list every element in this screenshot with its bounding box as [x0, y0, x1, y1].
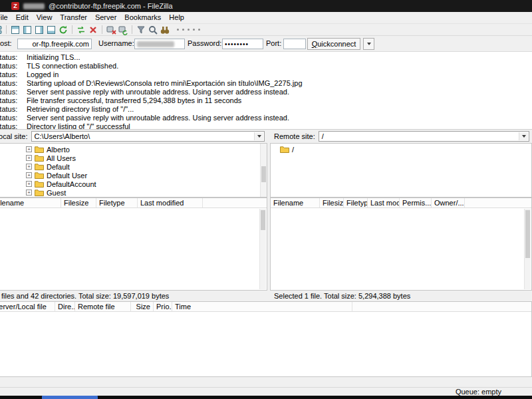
column-header[interactable]: Owner/... [432, 198, 465, 207]
toggle-queue-icon[interactable] [46, 25, 57, 35]
column-header-fill [352, 302, 532, 311]
local-directory-tree: +Alberto+All Users+Default+Default User+… [0, 143, 267, 198]
local-site-value: C:\Users\Alberto\ [35, 132, 90, 140]
log-status-label: Status: [0, 96, 27, 105]
expand-icon[interactable]: + [26, 146, 32, 152]
quickconnect-button[interactable]: Quickconnect [307, 38, 360, 50]
tree-item[interactable]: / [271, 145, 531, 154]
log-message: Logged in [27, 70, 59, 79]
process-queue-icon[interactable] [76, 25, 86, 35]
menu-server[interactable]: Server [91, 12, 120, 23]
column-header[interactable]: Prio... [154, 302, 172, 311]
remote-status-text: Selected 1 file. Total size: 5,294,388 b… [270, 291, 532, 301]
column-header[interactable]: Filetype [344, 198, 368, 207]
menu-help[interactable]: Help [165, 12, 188, 23]
menu-transfer[interactable]: Transfer [56, 12, 91, 23]
local-list-scrollbar[interactable] [259, 209, 266, 289]
cancel-icon[interactable] [88, 25, 98, 35]
tree-item-label: Default User [47, 172, 87, 180]
expand-icon[interactable]: + [26, 190, 32, 196]
log-entry: Status:TLS connection established. [0, 62, 532, 70]
column-header[interactable]: Filesize [320, 198, 344, 207]
menu-edit[interactable]: Edit [12, 12, 33, 23]
toolbar-separator [102, 25, 102, 34]
disabled-toolbar-icons [177, 29, 200, 31]
local-site-select[interactable]: C:\Users\Alberto\ [31, 131, 265, 142]
message-log: Status:Initializing TLS...Status:TLS con… [0, 52, 532, 130]
file-lists-row: FilenameFilesizeFiletypeLast modified Fi… [0, 198, 532, 291]
find-icon[interactable] [160, 25, 170, 35]
remote-list-scrollbar[interactable] [524, 209, 531, 289]
toggle-remote-tree-icon[interactable] [34, 25, 45, 35]
log-status-label: Status: [0, 105, 27, 114]
taskbar-item[interactable] [42, 396, 98, 399]
reconnect-icon[interactable] [118, 25, 128, 35]
local-list-header: FilenameFilesizeFiletypeLast modified [0, 198, 267, 208]
menu-bookmarks[interactable]: Bookmarks [120, 12, 165, 23]
toggle-local-tree-icon[interactable] [22, 25, 33, 35]
port-input[interactable] [283, 39, 306, 49]
tree-item-label: DefaultAccount [47, 180, 96, 188]
tree-item-label: Alberto [47, 146, 70, 154]
scrollbar-thumb[interactable] [525, 210, 530, 258]
screen: Z @contributor-ftp.freepik.com - FileZil… [0, 0, 532, 399]
local-tree-scrollbar[interactable] [260, 144, 267, 197]
column-header[interactable]: Permis... [400, 198, 432, 207]
site-manager-icon[interactable] [0, 25, 3, 35]
chevron-down-icon[interactable] [519, 132, 528, 140]
window-title: @contributor-ftp.freepik.com - FileZilla [49, 2, 173, 10]
column-header[interactable]: Filesize [61, 198, 96, 207]
column-header[interactable]: Remote file [75, 302, 131, 311]
column-header[interactable]: Filename [271, 198, 320, 207]
column-header[interactable]: Filetype [96, 198, 138, 207]
chevron-down-icon[interactable] [254, 132, 263, 140]
remote-site-select[interactable]: / [319, 131, 529, 142]
password-input[interactable]: •••••••• [222, 39, 263, 49]
username-input[interactable] [134, 39, 185, 49]
tree-item-label: All Users [47, 154, 76, 162]
column-header[interactable]: Size [131, 302, 154, 311]
host-input[interactable]: or-ftp.freepik.com [17, 39, 92, 49]
toggle-log-icon[interactable] [10, 25, 21, 35]
expand-icon[interactable]: + [26, 181, 32, 187]
tree-item[interactable]: +Alberto [0, 145, 267, 154]
chevron-down-icon [367, 43, 371, 45]
dot-icon [188, 29, 190, 31]
column-header[interactable]: Time [172, 302, 352, 311]
column-header[interactable]: Filename [0, 198, 61, 207]
log-entry: Status:Server sent passive reply with un… [0, 88, 532, 96]
trees-row: +Alberto+All Users+Default+Default User+… [0, 143, 532, 198]
column-header[interactable]: Server/Local file [0, 302, 55, 311]
queue-header: Server/Local fileDire...Remote fileSizeP… [0, 302, 531, 312]
menu-file[interactable]: File [0, 12, 12, 23]
disconnect-icon[interactable] [106, 25, 116, 35]
expand-icon[interactable]: + [26, 172, 32, 178]
local-site-label: Local site: [0, 132, 28, 140]
tree-item[interactable]: +DefaultAccount [0, 180, 267, 188]
sites-row: Local site: C:\Users\Alberto\ Remote sit… [0, 130, 532, 143]
expand-icon[interactable]: + [26, 155, 32, 161]
queue-tabs [0, 377, 532, 387]
port-label: Port: [266, 36, 281, 51]
compare-icon[interactable] [148, 25, 158, 35]
scrollbar-thumb[interactable] [261, 210, 265, 230]
log-message: Server sent passive reply with unroutabl… [27, 88, 289, 96]
tree-item[interactable]: +All Users [0, 154, 267, 162]
tree-item[interactable]: +Guest [0, 188, 267, 197]
log-entry: Status:Directory listing of "/" successf… [0, 122, 532, 130]
refresh-icon[interactable] [58, 25, 68, 35]
expand-icon[interactable]: + [26, 164, 32, 170]
tree-item[interactable]: +Default [0, 162, 267, 171]
scrollbar-thumb[interactable] [261, 166, 266, 182]
remote-file-list: FilenameFilesizeFiletypeLast mod...Permi… [270, 198, 532, 291]
tree-item-label: / [292, 146, 294, 154]
quickconnect-dropdown-button[interactable] [363, 38, 374, 50]
column-header[interactable]: Dire... [55, 302, 75, 311]
menu-view[interactable]: View [33, 12, 57, 23]
log-message: Server sent passive reply with unroutabl… [27, 114, 289, 122]
filter-icon[interactable] [136, 25, 146, 35]
tree-item[interactable]: +Default User [0, 171, 267, 180]
column-header[interactable]: Last modified [138, 198, 203, 207]
column-header[interactable]: Last mod... [368, 198, 400, 207]
menubar: FileEditViewTransferServerBookmarksHelp [0, 12, 532, 24]
